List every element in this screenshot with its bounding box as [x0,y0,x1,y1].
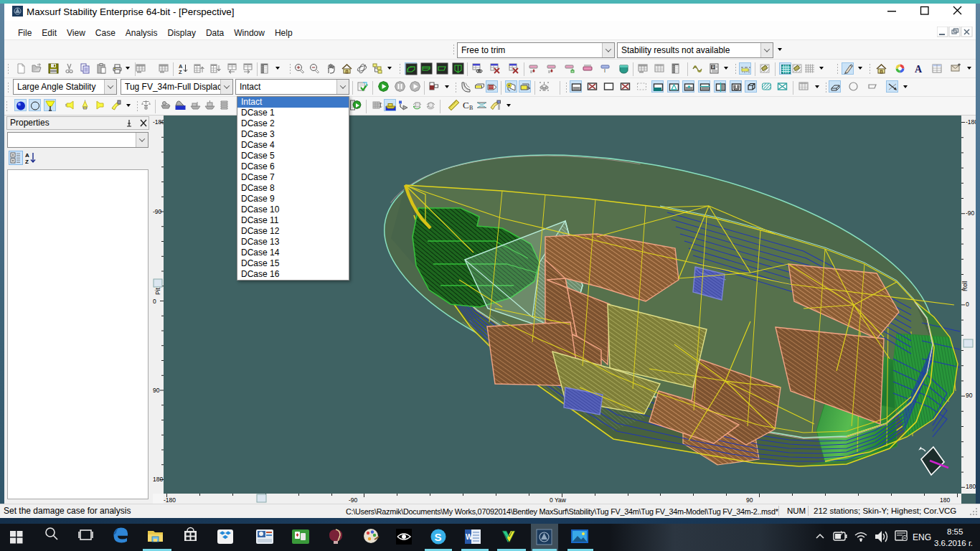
svg-text:0 Yaw: 0 Yaw [550,496,567,504]
svg-text:-90: -90 [966,209,975,217]
svg-text:0: 0 [966,301,969,308]
svg-text:180: 180 [153,476,163,483]
svg-text:A: A [915,64,923,75]
svg-text:S: S [435,531,442,543]
svg-text:Pit.: Pit. [154,286,161,295]
svg-text:-180: -180 [164,496,176,504]
svg-text:-180: -180 [966,118,976,126]
svg-text:B: B [469,105,473,111]
svg-text:90: 90 [153,387,160,394]
svg-text:I: I [604,68,606,73]
svg-text:180: 180 [940,496,950,504]
svg-text:-90: -90 [153,208,162,215]
svg-text:90: 90 [966,392,973,399]
svg-text:180: 180 [966,483,976,490]
svg-text:Roll: Roll [961,281,969,291]
svg-text:90: 90 [746,496,753,504]
svg-text:Z: Z [179,69,182,75]
svg-text:-90: -90 [349,496,358,504]
svg-text:W: W [466,533,473,541]
svg-text:ENG: ENG [913,532,931,542]
svg-text:C: C [463,100,469,110]
svg-text:3.6.2016 г.: 3.6.2016 г. [934,539,973,547]
svg-text:A: A [25,152,29,159]
svg-text:0: 0 [153,298,156,305]
svg-text:8:55: 8:55 [947,527,963,536]
svg-text:Z: Z [25,159,29,164]
svg-text:G: G [712,65,715,70]
